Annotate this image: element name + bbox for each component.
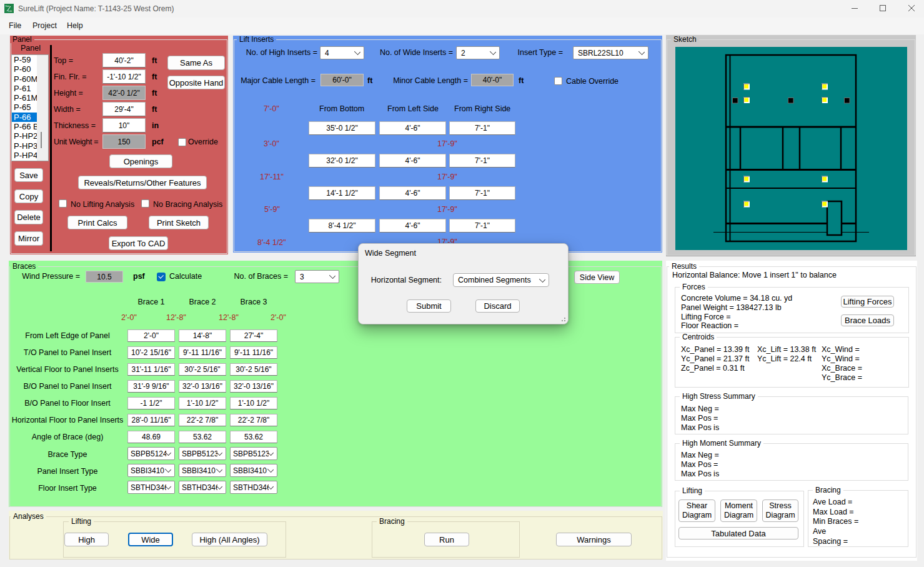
svg-text:Sure: Sure [6,4,11,8]
svg-text:Lift: Lift [8,9,12,13]
